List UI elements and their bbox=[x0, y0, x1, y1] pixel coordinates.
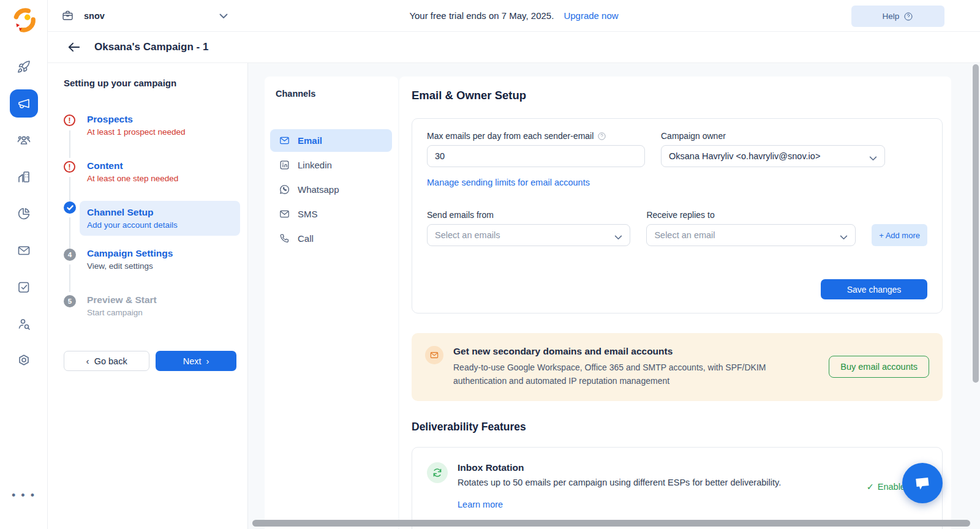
step-subtitle: Add your account details bbox=[87, 220, 233, 230]
buy-domains-banner: Get new secondary domains and email acco… bbox=[412, 333, 943, 401]
upgrade-now-link[interactable]: Upgrade now bbox=[564, 10, 618, 21]
content-area: Channels Email Linkedin Whatsapp SMS Cal… bbox=[248, 63, 980, 529]
sms-envelope-icon bbox=[279, 208, 290, 220]
rocket-icon[interactable] bbox=[10, 53, 38, 81]
chevron-right-icon: › bbox=[206, 356, 209, 366]
send-emails-from-select[interactable]: Select an emails bbox=[427, 224, 630, 246]
step-number-badge: 4 bbox=[64, 249, 76, 261]
email-icon bbox=[279, 135, 290, 146]
receive-replies-label: Receive replies to bbox=[646, 210, 856, 220]
email-icon[interactable] bbox=[10, 236, 38, 264]
check-circle-icon bbox=[64, 201, 76, 214]
step-subtitle: Start campaign bbox=[87, 308, 236, 317]
chevron-left-icon: ‹ bbox=[86, 356, 89, 366]
step-channel-setup[interactable]: Channel Setup Add your account details bbox=[64, 201, 236, 236]
step-campaign-settings[interactable]: 4 Campaign Settings View, edit settings bbox=[64, 248, 236, 276]
max-emails-label: Max emails per day from each sender-emai… bbox=[427, 131, 645, 141]
campaign-owner-select[interactable]: Oksana Havryliv <o.havryliv@snov.io> bbox=[661, 145, 885, 167]
trial-text: Your free trial ends on 7 May, 2025. bbox=[409, 10, 554, 21]
save-changes-button[interactable]: Save changes bbox=[821, 279, 927, 299]
tasks-checkbox-icon[interactable] bbox=[10, 273, 38, 301]
step-subtitle: At least one step needed bbox=[87, 174, 236, 183]
check-icon: ✓ bbox=[867, 482, 874, 492]
channels-panel: Channels Email Linkedin Whatsapp SMS Cal… bbox=[265, 77, 398, 529]
receive-replies-select[interactable]: Select an email bbox=[646, 224, 856, 246]
section-title: Email & Owner Setup bbox=[412, 89, 943, 102]
step-subtitle: View, edit settings bbox=[87, 261, 236, 271]
campaigns-megaphone-icon[interactable] bbox=[10, 89, 38, 118]
chevron-down-icon bbox=[840, 232, 848, 242]
learn-more-link[interactable]: Learn more bbox=[458, 500, 503, 509]
workspace-selector[interactable]: snov bbox=[61, 9, 228, 22]
campaign-header: Oksana's Campaign - 1 bbox=[48, 32, 980, 63]
banner-body: Ready-to-use Google Workspace, Office 36… bbox=[453, 361, 787, 388]
channels-heading: Channels bbox=[276, 89, 390, 99]
prospects-people-icon[interactable] bbox=[10, 126, 38, 154]
help-label: Help bbox=[883, 12, 900, 21]
step-title: Channel Setup bbox=[87, 207, 233, 218]
add-more-button[interactable]: + Add more bbox=[872, 224, 927, 246]
sender-settings-card: Max emails per day from each sender-emai… bbox=[412, 118, 943, 313]
rotation-arrows-icon bbox=[427, 462, 448, 483]
send-emails-from-label: Send emails from bbox=[427, 210, 630, 220]
workspace-name: snov bbox=[84, 11, 105, 21]
max-emails-input[interactable] bbox=[427, 145, 645, 167]
chevron-down-icon bbox=[219, 10, 228, 21]
tooltip-question-icon[interactable] bbox=[597, 132, 606, 141]
email-owner-setup-panel: Email & Owner Setup Max emails per day f… bbox=[399, 77, 951, 529]
step-title: Campaign Settings bbox=[87, 248, 236, 259]
channel-item-sms[interactable]: SMS bbox=[270, 203, 392, 225]
step-prospects[interactable]: ! Prospects At least 1 prospect needed bbox=[64, 114, 236, 142]
question-circle-icon bbox=[903, 12, 913, 21]
channel-item-whatsapp[interactable]: Whatsapp bbox=[270, 178, 392, 201]
step-title: Content bbox=[87, 160, 236, 171]
banner-title: Get new secondary domains and email acco… bbox=[453, 346, 787, 357]
orange-envelope-icon bbox=[425, 346, 443, 364]
vertical-scrollbar[interactable] bbox=[973, 64, 979, 383]
whatsapp-icon bbox=[279, 184, 290, 195]
warning-icon: ! bbox=[64, 161, 75, 173]
snov-logo[interactable] bbox=[11, 7, 37, 36]
step-title: Preview & Start bbox=[87, 295, 236, 306]
channel-item-call[interactable]: Call bbox=[270, 227, 392, 250]
feature-description: Rotates up to 50 emails per campaign usi… bbox=[458, 478, 781, 487]
deliverability-heading: Deliverability Features bbox=[412, 421, 943, 433]
step-title: Prospects bbox=[87, 114, 236, 125]
campaign-title: Oksana's Campaign - 1 bbox=[94, 41, 208, 53]
go-back-button[interactable]: ‹ Go back bbox=[64, 351, 149, 371]
chat-speech-icon bbox=[911, 472, 933, 493]
buy-email-accounts-button[interactable]: Buy email accounts bbox=[829, 356, 929, 378]
step-subtitle: At least 1 prospect needed bbox=[87, 127, 236, 137]
app-sidebar-rail: • • • bbox=[0, 0, 48, 529]
campaign-setup-steps-panel: Setting up your campaign ! Prospects At … bbox=[48, 63, 248, 529]
chevron-down-icon bbox=[614, 232, 622, 242]
warning-icon: ! bbox=[64, 114, 75, 126]
reports-pie-icon[interactable] bbox=[10, 200, 38, 228]
briefcase-icon bbox=[61, 9, 74, 22]
campaign-owner-label: Campaign owner bbox=[661, 131, 885, 141]
step-content[interactable]: ! Content At least one step needed bbox=[64, 160, 236, 189]
top-bar: snov Your free trial ends on 7 May, 2025… bbox=[48, 0, 980, 32]
manage-sending-limits-link[interactable]: Manage sending limits for email accounts bbox=[427, 178, 590, 187]
channel-item-linkedin[interactable]: Linkedin bbox=[270, 154, 392, 176]
step-preview-start[interactable]: 5 Preview & Start Start campaign bbox=[64, 295, 236, 323]
companies-building-icon[interactable] bbox=[10, 163, 38, 191]
more-options-icon[interactable]: • • • bbox=[12, 489, 36, 502]
people-search-icon[interactable] bbox=[10, 310, 38, 338]
feature-title: Inbox Rotation bbox=[458, 462, 781, 473]
arrow-left-icon bbox=[68, 42, 80, 53]
horizontal-scrollbar[interactable] bbox=[252, 520, 970, 527]
steps-heading: Setting up your campaign bbox=[64, 78, 236, 88]
phone-icon bbox=[279, 233, 290, 244]
step-number-badge: 5 bbox=[64, 295, 76, 307]
linkedin-icon bbox=[279, 159, 290, 171]
next-button[interactable]: Next › bbox=[156, 351, 236, 371]
back-arrow-button[interactable] bbox=[65, 38, 83, 56]
live-chat-button[interactable] bbox=[902, 463, 943, 503]
channel-item-email[interactable]: Email bbox=[270, 129, 392, 152]
help-button[interactable]: Help bbox=[851, 6, 944, 27]
inbox-rotation-card: Inbox Rotation Rotates up to 50 emails p… bbox=[412, 447, 943, 529]
integrations-hexagon-icon[interactable] bbox=[10, 347, 38, 375]
chevron-down-icon bbox=[869, 153, 877, 163]
